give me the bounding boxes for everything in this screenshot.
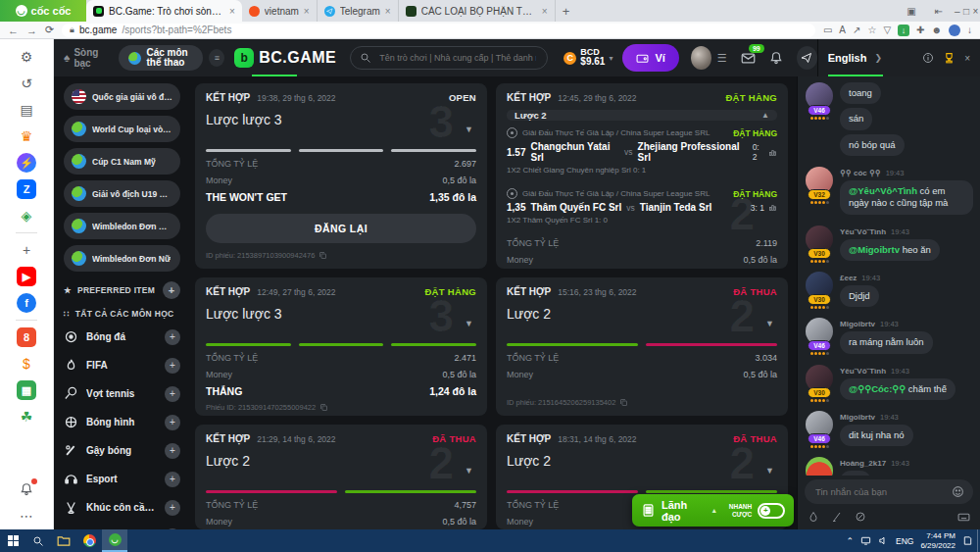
settings-icon[interactable]: ⚙ (17, 47, 36, 67)
zalo-icon[interactable]: Z (17, 179, 36, 199)
chevron-down-icon[interactable]: ▼ (765, 466, 774, 476)
padlock-icon[interactable]: 🔒︎ (70, 25, 74, 35)
browser-tab-3[interactable]: CÁC LOẠI BỘ PHẬN THỂ TH× (399, 0, 556, 22)
notification-bell-icon[interactable] (17, 479, 36, 499)
sport-item-1[interactable]: FIFA+ (64, 351, 180, 379)
bookmark-star-icon[interactable]: ☆ (867, 25, 876, 35)
clock[interactable]: 7:44 PM 6/29/2022 (920, 531, 956, 549)
quick-link-3[interactable]: Giải vô địch U19 Châu Âu (64, 180, 180, 207)
preferred-item-row[interactable]: ★PREFERRED ITEM+ (64, 281, 180, 299)
sport-item-6[interactable]: Khúc côn cầu trên băng+ (64, 493, 180, 522)
quick-link-5[interactable]: Wimbledon Đơn Nữ (64, 245, 180, 272)
mention-link[interactable]: @Yêu^Vô^Tình (849, 185, 917, 196)
messenger-icon[interactable]: ⚡ (17, 153, 36, 173)
copy-icon[interactable] (319, 403, 328, 412)
game-icon[interactable]: ◈ (17, 206, 36, 226)
maximize-button[interactable]: □ (961, 6, 970, 17)
coccoc-taskbar-button[interactable]: ◡ (102, 529, 127, 552)
balance-selector[interactable]: C BCD $9.61 ▾ (564, 48, 612, 68)
extensions-icon[interactable]: ✚ (916, 25, 924, 35)
quick-link-0[interactable]: Quốc gia giải vô địch (64, 83, 180, 110)
chat-username[interactable]: Yêu˘Vô˘Tình19:43 (840, 227, 973, 236)
mention-link[interactable]: @Migoibrtv (849, 244, 900, 255)
chat-username[interactable]: Hoàng_2k1719:43 (840, 459, 973, 468)
leaf-icon[interactable]: ☘ (17, 407, 36, 427)
emoji-picker-icon[interactable] (952, 485, 964, 498)
pin-sport-button[interactable]: + (165, 472, 180, 487)
copy-icon[interactable] (318, 251, 327, 260)
close-button[interactable]: × (971, 6, 980, 17)
file-explorer-button[interactable] (51, 529, 76, 552)
browser-tab-2[interactable]: Telegram× (318, 0, 399, 22)
pin-sport-button[interactable]: + (165, 386, 180, 402)
user-menu-icon[interactable]: ☰ (717, 52, 727, 65)
url-field[interactable]: 🔒︎ bc.game/sports?bt-path=%2Fbets (62, 24, 815, 37)
add-preferred-button[interactable]: + (163, 281, 180, 299)
input-language[interactable]: ENG (896, 536, 913, 546)
chevron-down-icon[interactable]: ▼ (465, 466, 473, 476)
chat-username[interactable]: Migoibrtv19:43 (840, 413, 973, 422)
stats-chart-icon[interactable] (768, 148, 777, 157)
coccoc-brand-button[interactable]: ◡ cốc cốc (0, 0, 86, 22)
avatar[interactable] (806, 457, 833, 476)
profile-icon[interactable]: ☻ (931, 25, 942, 35)
wallet-button[interactable]: Ví (622, 44, 678, 72)
tab-close-icon[interactable]: × (385, 6, 391, 17)
chat-username[interactable]: ⚲⚲ cóc ⚲⚲19:43 (840, 169, 973, 177)
sport-item-4[interactable]: Gậy bóng+ (64, 436, 180, 465)
shopping-icon[interactable]: $ (17, 354, 36, 374)
rebet-button[interactable]: ĐĂNG LẠI (206, 214, 476, 243)
bcgame-logo[interactable]: b BC.GAME (234, 39, 336, 76)
sport-item-0[interactable]: Bóng đá+ (64, 323, 180, 351)
tab-casino[interactable]: ♠ Sòng bạc (64, 47, 111, 69)
quick-link-2[interactable]: Cúp C1 Nam Mỹ (64, 148, 180, 175)
tray-expand-icon[interactable]: ⌃ (846, 536, 854, 546)
trophy-icon[interactable] (943, 52, 956, 65)
facebook-icon[interactable]: f (17, 293, 36, 313)
keyboard-icon[interactable] (957, 511, 970, 524)
action-center-icon[interactable] (962, 535, 973, 546)
chat-close-icon[interactable]: × (964, 53, 970, 64)
bet-card-1[interactable]: KẾT HỢP12:45, 29 thg 6, 2022ĐẶT HÀNGLược… (496, 83, 788, 269)
forward-icon[interactable]: → (26, 25, 37, 36)
chat-language[interactable]: English (828, 52, 867, 64)
chat-username[interactable]: Migoibrtv19:43 (840, 320, 973, 328)
bet-card-2[interactable]: KẾT HỢP12:49, 27 thg 6, 2022ĐẶT HÀNGLược… (195, 277, 487, 416)
chat-input[interactable] (813, 485, 946, 498)
sign-icon[interactable] (831, 511, 843, 523)
stats-chart-icon[interactable] (768, 203, 777, 212)
new-tab-button[interactable]: + (556, 0, 577, 22)
capture-icon[interactable]: ▣ (898, 6, 925, 17)
quick-link-1[interactable]: World Cup loại vòng, châu Âu (64, 116, 180, 142)
bet-card-0[interactable]: KẾT HỢP19:38, 29 thg 6, 2022OPENLược lượ… (195, 83, 487, 269)
chat-rules-icon[interactable] (922, 52, 934, 64)
chat-username[interactable]: £eez19:43 (840, 274, 973, 282)
search-input[interactable] (377, 52, 538, 64)
minimize-button[interactable]: – (953, 6, 961, 17)
downloads-icon[interactable]: ↓ (967, 25, 972, 35)
sport-item-7[interactable]: Bóng rổ+ (64, 522, 180, 529)
coin-drop-icon[interactable] (855, 511, 866, 523)
pin-sport-button[interactable]: + (165, 329, 180, 345)
reading-list-icon[interactable]: ▤ (17, 100, 36, 120)
tab-close-icon[interactable]: × (542, 6, 548, 17)
chevron-right-icon[interactable]: ❯ (874, 53, 882, 63)
sports-menu-button[interactable]: ≡ (209, 49, 224, 67)
browser-tab-0[interactable]: BC.Game: Trò chơi sòng bạc× (86, 0, 242, 22)
youtube-icon[interactable]: ▶ (17, 267, 36, 286)
pin-sport-button[interactable]: + (165, 415, 180, 430)
coccoc-download-icon[interactable]: ↓ (898, 25, 909, 36)
volume-icon[interactable] (878, 535, 889, 546)
start-button[interactable] (0, 529, 25, 552)
share-icon[interactable]: ↗ (853, 25, 860, 35)
mail-button[interactable]: 99 (741, 51, 756, 66)
notifications-button[interactable] (769, 51, 783, 65)
user-avatar[interactable] (691, 46, 711, 70)
rain-coin-icon[interactable] (808, 511, 819, 523)
bet-card-4[interactable]: KẾT HỢP21:29, 14 thg 6, 2022ĐÃ THUALược … (195, 425, 487, 529)
sheets-icon[interactable]: ▦ (17, 380, 36, 400)
sport-item-2[interactable]: Vợt tennis+ (64, 379, 180, 408)
tab-close-icon[interactable]: × (304, 6, 310, 17)
sport-item-3[interactable]: Bóng hình+ (64, 408, 180, 436)
tab-sports[interactable]: Các môn thể thao (119, 45, 203, 71)
